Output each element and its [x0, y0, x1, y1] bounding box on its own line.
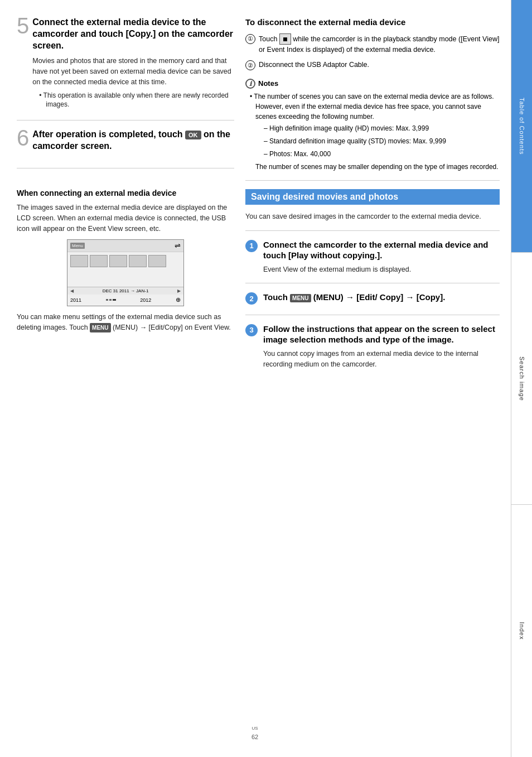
lcd-year1: 2011	[70, 297, 81, 303]
step-5: 5 Connect the external media device to t…	[17, 17, 234, 112]
sidebar-search-label: Search image	[519, 356, 525, 401]
lcd-dot-2	[109, 299, 112, 301]
disconnect-step-2-text: Disconnect the USB Adaptor Cable.	[259, 60, 369, 70]
right-column: To disconnect the external media device …	[245, 17, 500, 740]
page-footer: US 62	[0, 720, 510, 746]
sidebar: Table of Contents Search image Index	[511, 0, 532, 757]
disconnect-title: To disconnect the external media device	[245, 17, 500, 28]
page-container: 5 Connect the external media device to t…	[0, 0, 532, 757]
lcd-top-bar: Menu ⇌	[67, 240, 183, 252]
lcd-thumb-3	[109, 255, 127, 267]
lcd-thumb-2	[90, 255, 108, 267]
step-5-body: Movies and photos that are stored in the…	[32, 56, 234, 109]
saving-heading: Saving desired movies and photos	[245, 189, 500, 205]
menu-badge-right: MENU	[290, 294, 311, 302]
disconnect-step-1-content: Touch ⏹ while the camcorder is in the pl…	[259, 33, 500, 55]
saving-step-3-circle: 3	[245, 324, 258, 336]
lcd-thumbnails	[67, 252, 183, 270]
notes-list: The number of scenes you can save on the…	[245, 91, 500, 172]
divider-5	[245, 283, 500, 283]
notes-item-1-after: The number of scenes may be smaller depe…	[255, 162, 500, 172]
divider-1	[17, 120, 234, 120]
saving-intro: You can save desired images in the camco…	[245, 211, 500, 222]
saving-step-1-heading: Connect the camcorder to the external me…	[263, 239, 500, 261]
lcd-dot-3	[113, 299, 116, 301]
lcd-year2: 2012	[140, 297, 151, 303]
sidebar-index-label: Index	[519, 622, 525, 640]
when-connecting-body2: You can make menu settings of the extern…	[17, 312, 234, 333]
lcd-thumb-1	[70, 255, 88, 267]
lcd-thumb-5	[148, 255, 166, 267]
step-6-content: After operation is completed, touch OK o…	[32, 129, 234, 157]
circle-num-2: ②	[245, 60, 255, 70]
notes-icon: ℹ	[245, 79, 255, 89]
saving-step-1-body: Event View of the external medium is dis…	[263, 264, 500, 275]
disconnect-step-1-post: while the camcorder is in the playback s…	[259, 35, 499, 54]
divider-4	[245, 230, 500, 231]
disconnect-section: To disconnect the external media device …	[245, 17, 500, 70]
when-connecting-heading: When connecting an external media device	[17, 188, 234, 198]
saving-step-2: 2 Touch MENU (MENU) → [Edit/ Copy] → [Co…	[245, 292, 500, 306]
ok-badge: OK	[185, 131, 201, 139]
divider-6	[245, 315, 500, 315]
disconnect-step-1: ① Touch ⏹ while the camcorder is in the …	[245, 33, 500, 55]
saving-step-1-content: Connect the camcorder to the external me…	[263, 239, 500, 275]
page-number-super: US	[252, 726, 258, 731]
lcd-menu-btn: Menu	[70, 243, 85, 249]
step-6-pre: After operation is completed, touch	[32, 129, 185, 139]
when-connecting-section: When connecting an external media device…	[17, 188, 234, 333]
menu-badge-left: MENU	[90, 323, 110, 332]
when-connecting-body2-cont: (MENU) → [Edit/Copy] on Event View.	[111, 324, 231, 331]
home-icon-box: ⏹	[279, 33, 291, 45]
lcd-dot-1	[106, 299, 108, 301]
divider-2	[17, 168, 234, 168]
saving-step-2-pre: Touch	[263, 292, 290, 302]
notes-item-1-text: The number of scenes you can save on the…	[254, 93, 494, 120]
page-number: 62	[252, 734, 258, 740]
step-5-content: Connect the external media device to the…	[32, 17, 234, 112]
lcd-screen: Menu ⇌ ◀ DEC 31 2011 → JAN-1 ▶	[67, 239, 184, 306]
lcd-arrow-left: ◀	[70, 288, 74, 293]
step-6-number: 6	[17, 127, 29, 149]
sidebar-search-image[interactable]: Search image	[511, 253, 532, 505]
lcd-thumb-4	[129, 255, 147, 267]
notes-header: ℹ Notes	[245, 79, 500, 89]
saving-step-2-post: (MENU) → [Edit/ Copy] → [Copy].	[311, 292, 446, 302]
step-6: 6 After operation is completed, touch OK…	[17, 129, 234, 157]
divider-3	[245, 180, 500, 181]
saving-section: Saving desired movies and photos You can…	[245, 189, 500, 370]
step-5-number: 5	[17, 15, 29, 37]
when-connecting-body1: The images saved in the external media d…	[17, 202, 234, 234]
sidebar-index[interactable]: Index	[511, 505, 532, 757]
saving-step-1-circle: 1	[245, 240, 258, 252]
lcd-scroll-dots	[106, 299, 116, 301]
saving-step-3-heading: Follow the instructions that appear on t…	[263, 324, 500, 345]
lcd-date-text: DEC 31 2011 → JAN-1	[103, 288, 149, 293]
step-6-heading: After operation is completed, touch OK o…	[32, 129, 234, 152]
saving-step-1: 1 Connect the camcorder to the external …	[245, 239, 500, 275]
main-content: 5 Connect the external media device to t…	[0, 0, 511, 757]
saving-step-3-content: Follow the instructions that appear on t…	[263, 324, 500, 370]
saving-step-2-content: Touch MENU (MENU) → [Edit/ Copy] → [Copy…	[263, 292, 500, 306]
notes-section: ℹ Notes The number of scenes you can sav…	[245, 79, 500, 172]
saving-step-3-body: You cannot copy images from an external …	[263, 349, 500, 370]
notes-sub-item-1: High definition image quality (HD) movie…	[264, 123, 500, 133]
circle-num-1: ①	[245, 34, 255, 44]
left-column: 5 Connect the external media device to t…	[17, 17, 234, 740]
saving-step-3: 3 Follow the instructions that appear on…	[245, 324, 500, 370]
notes-label: Notes	[258, 79, 278, 88]
lcd-date-bar: ◀ DEC 31 2011 → JAN-1 ▶	[67, 287, 183, 295]
disconnect-step-2: ② Disconnect the USB Adaptor Cable.	[245, 60, 500, 70]
step-5-body-text: Movies and photos that are stored in the…	[32, 56, 234, 87]
notes-sub-item-2: Standard definition image quality (STD) …	[264, 136, 500, 146]
lcd-usb-icon: ⇌	[175, 242, 181, 250]
disconnect-step-1-pre: Touch	[259, 35, 279, 42]
step-5-bullet: This operation is available only when th…	[39, 91, 234, 110]
lcd-copy-icon: ⊕	[176, 296, 181, 303]
saving-step-2-heading: Touch MENU (MENU) → [Edit/ Copy] → [Copy…	[263, 292, 500, 303]
notes-sub-list: High definition image quality (HD) movie…	[255, 123, 500, 159]
sidebar-toc-label: Table of Contents	[519, 98, 525, 155]
step-5-heading: Connect the external media device to the…	[32, 17, 234, 51]
lcd-bottom-bar: 2011 2012 ⊕	[67, 295, 183, 305]
sidebar-table-of-contents[interactable]: Table of Contents	[511, 0, 532, 253]
